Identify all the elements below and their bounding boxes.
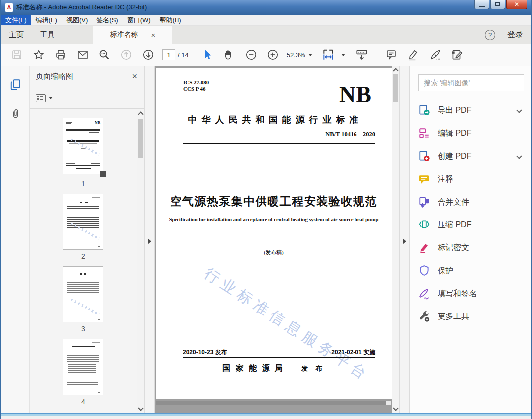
tool-edit-pdf[interactable]: 编辑 PDF [418,122,524,145]
fill-sign-icon[interactable] [448,46,466,63]
thumbnails-options-caret[interactable] [49,97,53,99]
create-pdf-chevron-icon[interactable] [516,153,522,159]
thumbnail-label: 1 [81,180,85,188]
menu-help[interactable]: 帮助(H) [155,15,186,25]
help-icon[interactable]: ? [485,30,495,40]
tool-compress-pdf[interactable]: 压缩 PDF [418,213,524,236]
thumbnail-label: 2 [81,252,85,260]
mini-nb-logo: NB [95,121,100,125]
tab-bar: 主页 工具 标准名称 × ? 登录 [1,26,531,44]
thumbnail-page-1[interactable]: NB [60,115,106,188]
tool-redact[interactable]: 标记密文 [418,236,524,259]
document-scrollbar-thumb[interactable] [393,74,398,102]
acrobat-app-icon: A [5,3,13,12]
tool-protect[interactable]: 保护 [418,259,524,282]
thumbnail-page-2[interactable]: 2 [63,194,103,260]
thumbnails-panel: 页面缩略图 × NB [30,66,144,413]
menu-edit[interactable]: 编辑(E) [31,15,62,25]
publish-verb: 发 布 [301,364,325,373]
tools-panel: 导出 PDF 编辑 PDF 创建 PDF [410,66,531,413]
standard-number: NB/T 10416—2020 [325,131,375,138]
tool-comment[interactable]: 注释 [418,168,524,191]
thumbnail-label: 3 [81,325,85,333]
minimize-button[interactable] [474,0,489,9]
tool-fill-sign[interactable]: 填写和签名 [418,282,524,305]
thumbnail-label: 4 [81,398,85,406]
highlight-icon[interactable] [404,46,422,63]
maximize-button[interactable] [490,0,505,9]
toolbar-expand-icon[interactable] [353,46,371,63]
print-icon[interactable] [52,46,70,63]
menu-sign[interactable]: 签名(S) [92,15,122,25]
protect-shield-icon [418,265,430,277]
thumbnails-options-icon[interactable] [36,94,46,102]
login-button[interactable]: 登录 [507,30,523,40]
thumbnails-scrollbar-thumb[interactable] [138,119,143,158]
tab-document[interactable]: 标准名称 × [93,26,172,44]
search-icon[interactable] [95,46,113,63]
save-icon[interactable] [8,46,26,63]
tab-close-icon[interactable]: × [151,31,156,39]
export-pdf-chevron-icon[interactable] [516,107,522,113]
collapse-right-panel-icon[interactable] [403,238,406,244]
tab-tools[interactable]: 工具 [32,26,63,44]
close-button[interactable]: ✕ [506,0,527,9]
document-scroll-up-icon[interactable] [393,68,398,73]
thumbnail-page-3[interactable]: 3 [63,266,103,333]
document-scroll-down-icon[interactable] [393,405,398,411]
compress-pdf-icon [418,219,430,231]
fit-dropdown-caret[interactable] [341,54,345,56]
menu-window[interactable]: 窗口(W) [123,15,155,25]
title-bar: A 标准名称 - Adobe Acrobat Reader DC (32-bit… [1,0,531,15]
thumbnail-list: NB [30,110,136,413]
implementation-date: 2021-02-01 实施 [331,348,375,357]
edit-pdf-icon [418,127,430,139]
redact-icon [418,242,430,254]
attachments-panel-icon[interactable] [9,108,21,120]
document-vertical-scrollbar[interactable] [392,66,399,413]
page-number-input[interactable] [162,49,175,60]
sign-icon[interactable] [426,46,444,63]
left-rail [1,66,30,413]
publisher-name: 国 家 能 源 局 [222,363,284,374]
email-icon[interactable] [74,46,91,63]
tool-combine-files[interactable]: 合并文件 [418,191,524,213]
page-thumbnails-panel-icon[interactable] [9,78,21,90]
comment-icon[interactable] [382,46,400,63]
zoom-out-icon[interactable] [242,46,260,63]
hand-tool-icon[interactable] [220,46,238,63]
tools-search-input[interactable] [418,74,524,91]
previous-page-icon[interactable] [117,46,135,63]
zoom-dropdown-caret[interactable] [308,54,312,56]
document-horizontal-scrollbar[interactable] [156,401,391,405]
ccs-number: CCS P 46 [183,86,209,92]
create-pdf-icon [418,150,430,162]
zoom-level-label[interactable]: 52.3% [287,51,305,59]
star-icon[interactable] [30,46,48,63]
thumbnail-page-4[interactable]: 4 [63,339,103,406]
menu-file[interactable]: 文件(F) [1,15,31,25]
thumbnail-selected-marker [100,171,106,177]
menu-view[interactable]: 视图(V) [62,15,92,25]
tool-more-tools[interactable]: 更多工具 [418,305,524,328]
thumbnails-scroll-up-icon[interactable] [138,111,143,117]
collapse-left-panel-icon[interactable] [148,238,151,244]
tool-create-pdf[interactable]: 创建 PDF [418,145,524,168]
window-bottom-border [1,413,531,416]
zoom-in-icon[interactable] [264,46,282,63]
left-panel-splitter[interactable] [144,66,155,413]
draft-label: (发布稿) [156,249,392,256]
fit-width-icon[interactable] [319,46,337,63]
thumbnails-scrollbar[interactable] [137,110,144,413]
tab-home[interactable]: 主页 [1,26,32,44]
ics-number: ICS 27.080 [183,79,209,86]
tool-export-pdf[interactable]: 导出 PDF [418,99,524,122]
select-tool-icon[interactable] [198,46,216,63]
standard-header: 中 华 人 民 共 和 国 能 源 行 业 标 准 [156,114,392,126]
document-horizontal-scrollbar-thumb[interactable] [156,401,386,405]
document-title: 空气源热泵集中供暖工程安装验收规范 [156,194,392,209]
right-panel-splitter[interactable] [399,66,410,413]
next-page-icon[interactable] [139,46,157,63]
thumbnails-scroll-down-icon[interactable] [138,405,143,411]
thumbnails-panel-close-icon[interactable]: × [132,71,137,82]
